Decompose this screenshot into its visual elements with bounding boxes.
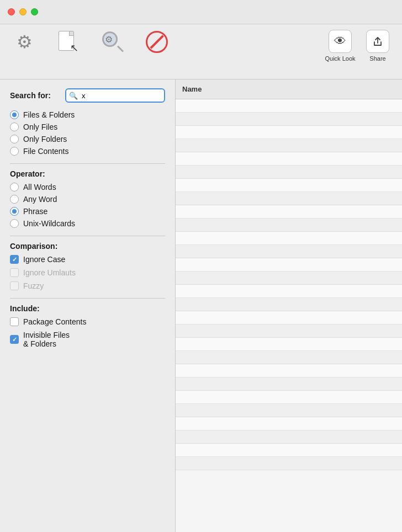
- quick-look-toolbar-button[interactable]: 👁 Quick Look: [325, 30, 356, 62]
- table-row[interactable]: [176, 444, 402, 457]
- radio-phrase[interactable]: Phrase: [10, 207, 165, 216]
- checkbox-label-invisible-files-wrap: Invisible Files & Folders: [23, 331, 70, 348]
- close-button[interactable]: [8, 8, 15, 15]
- checkbox-label-invisible-files: Invisible Files: [23, 331, 70, 339]
- table-row[interactable]: [176, 113, 402, 126]
- radio-circle-only-files: [10, 123, 19, 131]
- checkbox-box-ignore-umlauts: [10, 268, 19, 277]
- table-row[interactable]: [176, 152, 402, 166]
- radio-file-contents[interactable]: File Contents: [10, 147, 165, 156]
- table-row[interactable]: [176, 298, 402, 311]
- radio-all-words[interactable]: All Words: [10, 183, 165, 191]
- checkbox-label-fuzzy: Fuzzy: [23, 281, 44, 290]
- table-row[interactable]: [176, 285, 402, 298]
- table-row[interactable]: [176, 377, 402, 391]
- table-row[interactable]: [176, 219, 402, 232]
- radio-circle-unix-wildcards: [10, 219, 19, 228]
- file-cursor-toolbar-button[interactable]: ↖: [53, 30, 84, 54]
- table-row[interactable]: [176, 324, 402, 338]
- divider-operator-comparison: [10, 236, 165, 236]
- table-row[interactable]: [176, 179, 402, 192]
- table-row[interactable]: [176, 391, 402, 404]
- radio-label-file-contents: File Contents: [23, 147, 68, 156]
- search-icon: 🔍: [69, 92, 78, 100]
- table-row[interactable]: [176, 258, 402, 272]
- checkbox-package-contents[interactable]: Package Contents: [10, 317, 165, 326]
- main-content: Search for: 🔍 Files & Folders Only Files…: [0, 79, 402, 532]
- table-row[interactable]: [176, 417, 402, 430]
- radio-label-any-word: Any Word: [23, 195, 57, 204]
- operator-radio-group: All Words Any Word Phrase Unix-Wildcards: [10, 183, 165, 228]
- table-row[interactable]: [176, 311, 402, 324]
- table-row[interactable]: [176, 272, 402, 285]
- share-toolbar-button[interactable]: Share: [362, 30, 393, 62]
- gear-toolbar-button[interactable]: ⚙: [9, 30, 40, 54]
- toolbar: ⚙ ↖ ⚙: [0, 24, 402, 79]
- radio-any-word[interactable]: Any Word: [10, 195, 165, 204]
- checkbox-label-ignore-case: Ignore Case: [23, 255, 65, 264]
- table-row[interactable]: [176, 99, 402, 113]
- scope-radio-group: Files & Folders Only Files Only Folders …: [10, 110, 165, 156]
- search-input[interactable]: [65, 88, 165, 103]
- table-row[interactable]: [176, 192, 402, 205]
- radio-files-folders[interactable]: Files & Folders: [10, 110, 165, 119]
- quick-look-label: Quick Look: [325, 55, 355, 62]
- share-label: Share: [369, 55, 385, 62]
- right-panel: Name: [176, 79, 402, 532]
- table-row[interactable]: [176, 245, 402, 258]
- checkbox-label-package-contents: Package Contents: [23, 317, 86, 326]
- table-row[interactable]: [176, 351, 402, 364]
- results-rows: [176, 99, 402, 470]
- include-checkbox-group: Package Contents ✓ Invisible Files & Fol…: [10, 317, 165, 348]
- checkbox-ignore-umlauts: Ignore Umlauts: [10, 268, 165, 277]
- checkbox-box-fuzzy: [10, 281, 19, 290]
- table-row[interactable]: [176, 166, 402, 179]
- file-cursor-icon: ↖: [59, 31, 78, 53]
- results-header: Name: [176, 79, 402, 99]
- radio-circle-files-folders: [10, 110, 19, 119]
- operator-section-label: Operator:: [10, 169, 165, 178]
- radio-unix-wildcards[interactable]: Unix-Wildcards: [10, 219, 165, 228]
- table-row[interactable]: [176, 205, 402, 219]
- search-settings-toolbar-button[interactable]: ⚙: [97, 30, 128, 54]
- checkmark-ignore-case: ✓: [12, 257, 17, 263]
- stop-toolbar-button[interactable]: [141, 30, 172, 54]
- maximize-button[interactable]: [31, 8, 38, 15]
- include-section-label: Include:: [10, 304, 165, 313]
- checkbox-ignore-case[interactable]: ✓ Ignore Case: [10, 255, 165, 264]
- table-row[interactable]: [176, 404, 402, 417]
- radio-circle-any-word: [10, 195, 19, 204]
- checkbox-box-invisible-files: ✓: [10, 335, 19, 344]
- share-icon: [366, 30, 389, 53]
- eye-icon: 👁: [329, 30, 352, 53]
- radio-label-phrase: Phrase: [23, 207, 47, 216]
- divider-comparison-include: [10, 298, 165, 299]
- radio-label-only-folders: Only Folders: [23, 135, 67, 143]
- radio-only-folders[interactable]: Only Folders: [10, 135, 165, 143]
- comparison-section-label: Comparison:: [10, 242, 165, 251]
- checkbox-invisible-files[interactable]: ✓ Invisible Files & Folders: [10, 331, 165, 348]
- table-row[interactable]: [176, 232, 402, 245]
- divider-scope-operator: [10, 163, 165, 164]
- minimize-button[interactable]: [19, 8, 27, 15]
- checkmark-invisible-files: ✓: [12, 337, 17, 343]
- checkbox-box-package-contents: [10, 317, 19, 326]
- table-row[interactable]: [176, 126, 402, 139]
- radio-circle-phrase: [10, 207, 19, 216]
- checkbox-label-ignore-umlauts: Ignore Umlauts: [23, 268, 76, 277]
- radio-label-files-folders: Files & Folders: [23, 110, 75, 119]
- comparison-checkbox-group: ✓ Ignore Case Ignore Umlauts Fuzzy: [10, 255, 165, 290]
- table-row[interactable]: [176, 457, 402, 470]
- radio-label-unix-wildcards: Unix-Wildcards: [23, 219, 75, 228]
- search-row: Search for: 🔍: [10, 88, 165, 103]
- table-row[interactable]: [176, 338, 402, 351]
- stop-icon: [146, 31, 168, 53]
- radio-only-files[interactable]: Only Files: [10, 123, 165, 131]
- table-row[interactable]: [176, 364, 402, 377]
- table-row[interactable]: [176, 430, 402, 444]
- radio-label-only-files: Only Files: [23, 123, 57, 131]
- table-row[interactable]: [176, 139, 402, 152]
- checkbox-box-ignore-case: ✓: [10, 255, 19, 264]
- titlebar: [0, 0, 402, 24]
- results-col-name: Name: [182, 85, 202, 93]
